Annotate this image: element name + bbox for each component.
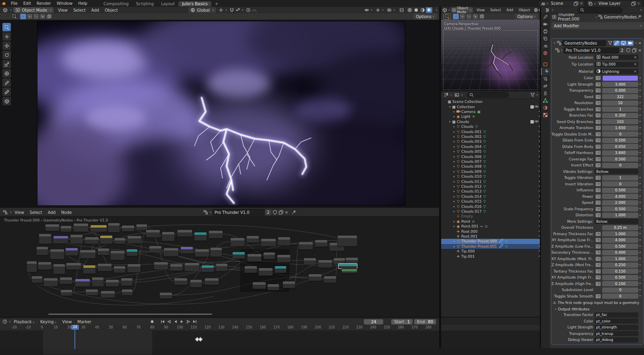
menu-item[interactable]: Help [75, 1, 90, 6]
select-mode-subtract[interactable] [33, 14, 39, 19]
input-attribute-toggle-icon[interactable] [595, 175, 601, 180]
input-attribute-toggle-icon[interactable] [595, 150, 601, 155]
camera-viewport-canvas[interactable]: Camera Perspective (24) Clouds | Thunder… [441, 20, 540, 91]
animate-dot[interactable]: • [638, 132, 642, 136]
select-mode-subtract[interactable] [466, 14, 472, 19]
select-mode-invert[interactable] [472, 14, 478, 19]
expand-arrow-icon[interactable]: ▸ [452, 125, 456, 128]
close-icon[interactable]: ✕ [285, 210, 288, 215]
material-field[interactable]: Lightning✕ [594, 69, 638, 74]
select-mode-new[interactable] [453, 14, 459, 19]
value-slider[interactable]: 1.000 [602, 213, 638, 218]
transform-tool[interactable] [2, 69, 11, 78]
nodes-icon[interactable]: ▽ [483, 185, 486, 189]
graph-node[interactable] [146, 230, 160, 238]
value-slider[interactable]: 3.840 [602, 150, 638, 156]
expand-arrow-icon[interactable]: ▸ [452, 145, 456, 148]
shading-rendered[interactable] [426, 7, 432, 13]
expand-arrow-icon[interactable]: ▸ [452, 155, 456, 158]
properties-tab-data[interactable] [541, 97, 550, 104]
properties-tab-world[interactable] [541, 49, 550, 57]
outliner-row[interactable]: ▸▽Clouds.016▽ [441, 204, 551, 209]
expand-arrow-icon[interactable]: ▸ [452, 210, 456, 213]
timeline-tracks[interactable] [0, 330, 541, 349]
workspace-tab[interactable]: Julio's Basics [178, 1, 211, 6]
active-tool-icon[interactable] [444, 13, 450, 20]
constraint-icon[interactable]: ↪ [480, 224, 483, 228]
graph-node[interactable] [170, 264, 183, 271]
value-slider[interactable]: 1 [602, 175, 638, 181]
graph-node[interactable] [267, 284, 279, 290]
graph-node[interactable] [90, 225, 107, 232]
input-attribute-toggle-icon[interactable] [595, 125, 601, 130]
vertical-splitter[interactable] [540, 7, 541, 348]
options-button[interactable]: Options∨ [515, 14, 538, 20]
scene-name[interactable]: Scene [551, 1, 564, 6]
viewport-menu-item[interactable]: Add [89, 8, 102, 12]
falloff-icon[interactable] [252, 8, 257, 12]
viewlayer-selector[interactable]: ∨ View Layer ✕ [587, 1, 642, 6]
value-slider[interactable]: 0.500 [602, 188, 638, 193]
auto-keying-button[interactable] [149, 319, 155, 324]
expand-arrow-icon[interactable]: ▸ [452, 165, 456, 168]
keyframe-diamond[interactable] [198, 337, 202, 341]
value-slider[interactable]: 0.000 [602, 88, 638, 93]
breadcrumb-object[interactable]: Thunder Preset.000 [558, 13, 594, 21]
properties-tab-material[interactable] [541, 104, 550, 111]
overlays-icon[interactable] [386, 8, 392, 12]
pivot-point-icon[interactable] [218, 8, 224, 12]
animate-dot[interactable]: • [638, 120, 642, 123]
graph-node[interactable] [261, 238, 276, 246]
graph-node[interactable] [315, 240, 328, 247]
menu-item[interactable]: File [8, 1, 21, 6]
graph-node[interactable] [75, 279, 90, 287]
value-slider[interactable]: 0.500 [602, 156, 638, 162]
graph-node[interactable] [60, 226, 72, 232]
expand-arrow-icon[interactable]: ▸ [452, 150, 456, 153]
nodes-icon[interactable]: ▽ [483, 189, 486, 193]
graph-node[interactable] [60, 289, 72, 296]
clear-icon[interactable]: ✕ [634, 62, 637, 66]
object-field[interactable]: Root.000✕ [594, 55, 638, 60]
nodes-icon[interactable]: ▽ [483, 160, 486, 164]
measure-tool[interactable] [2, 88, 11, 96]
properties-tab-texture[interactable] [541, 111, 550, 119]
timeline-menu-item[interactable]: Playback∨ [11, 320, 37, 324]
copy-icon[interactable] [631, 1, 636, 6]
expand-arrow-icon[interactable]: ▸ [452, 175, 456, 178]
jump-to-end-button[interactable] [192, 319, 198, 324]
render-toggle[interactable] [627, 41, 634, 46]
playhead-frame-badge[interactable]: 24 [71, 325, 78, 330]
input-attribute-toggle-icon[interactable] [595, 157, 601, 162]
animate-dot[interactable]: • [638, 126, 642, 130]
node-menu-item[interactable]: View [12, 210, 27, 215]
funnel-icon[interactable] [607, 41, 613, 45]
annotate-tool[interactable] [2, 78, 11, 87]
outliner-row[interactable]: ▸◉Point.001↪⊙ [441, 224, 551, 229]
value-slider[interactable]: 0.150 [602, 269, 638, 274]
value-slider[interactable]: 0.100 [602, 281, 638, 286]
node-editor-canvas[interactable]: Thunder Preset.000 › GeometryNodes › Pro… [0, 216, 439, 317]
attribute-name-field[interactable]: pt_transp [594, 331, 638, 336]
graph-node[interactable] [101, 291, 115, 298]
outliner-row[interactable]: ▸▽Clouds.017▽ [441, 209, 551, 214]
filter-icon[interactable] [530, 92, 535, 97]
outliner-row[interactable]: ▸◉Point⊙ [441, 219, 551, 224]
graph-node[interactable] [43, 278, 58, 287]
outliner-row[interactable]: ✛Root.000 [441, 229, 551, 234]
graph-node[interactable] [45, 224, 60, 231]
input-attribute-toggle-icon[interactable] [595, 232, 601, 236]
graph-node[interactable] [73, 223, 89, 232]
pointdata-icon[interactable]: ⊙ [485, 224, 488, 228]
graph-node[interactable] [92, 277, 104, 287]
outliner-row[interactable]: ✛Empty [441, 214, 551, 219]
realtime-toggle[interactable] [620, 41, 627, 46]
node-menu-item[interactable]: Select [27, 210, 45, 215]
nodes-icon[interactable]: ▽ [483, 180, 486, 184]
expand-arrow-icon[interactable]: ▸ [452, 180, 456, 183]
graph-node[interactable] [108, 223, 120, 232]
outliner-row[interactable]: ▸Camera▣ [441, 109, 551, 114]
blender-logo-icon[interactable] [0, 1, 8, 6]
animate-dot[interactable]: • [638, 263, 642, 267]
expand-arrow-icon[interactable]: ▸ [452, 140, 456, 143]
